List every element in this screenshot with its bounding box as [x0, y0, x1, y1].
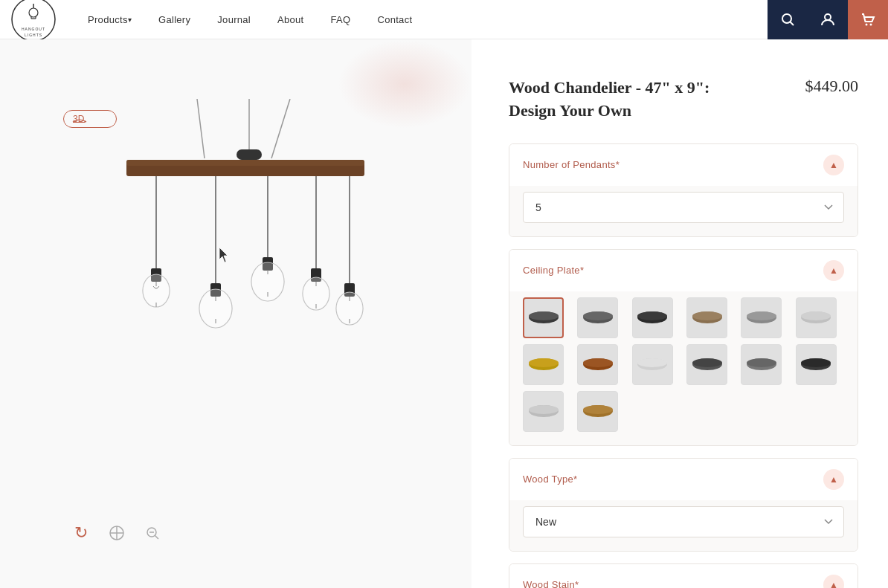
plate-option-5[interactable] [741, 297, 782, 338]
svg-point-62 [637, 311, 667, 320]
plate-option-6[interactable] [796, 297, 837, 338]
ceiling-plate-header[interactable]: Ceiling Plate* ▲ [509, 250, 858, 291]
product-title: Wood Chandelier - 47" x 9": Design Your … [509, 77, 747, 123]
plate-option-14[interactable] [577, 391, 618, 432]
svg-rect-19 [126, 160, 364, 166]
svg-text:HANGOUT: HANGOUT [22, 27, 45, 31]
svg-point-2 [29, 8, 38, 17]
svg-point-11 [866, 24, 868, 26]
svg-point-66 [747, 311, 776, 320]
header: HANGOUT LIGHTS Products Gallery Journal … [0, 0, 888, 39]
wood-stain-label: Wood Stain* [523, 579, 579, 588]
nav-gallery[interactable]: Gallery [145, 0, 204, 39]
product-config: Wood Chandelier - 47" x 9": Design Your … [472, 39, 888, 588]
nav-contact[interactable]: Contact [364, 0, 425, 39]
nav-journal[interactable]: Journal [204, 0, 264, 39]
plate-option-1[interactable] [523, 297, 564, 338]
svg-point-70 [529, 358, 559, 367]
header-icons [768, 0, 888, 39]
pendants-section: Number of Pendants* ▲ 5 1234 678910 [509, 143, 858, 237]
wood-stain-toggle[interactable]: ▲ [823, 575, 844, 588]
svg-point-84 [583, 405, 613, 414]
svg-line-55 [155, 536, 159, 540]
svg-point-72 [583, 358, 613, 367]
product-title-row: Wood Chandelier - 47" x 9": Design Your … [509, 77, 858, 123]
svg-line-14 [197, 99, 205, 158]
svg-point-74 [637, 358, 667, 367]
plate-option-11[interactable] [741, 344, 782, 385]
pendants-toggle[interactable]: ▲ [823, 155, 844, 175]
svg-point-82 [529, 405, 559, 414]
plate-option-13[interactable] [523, 391, 564, 432]
svg-point-64 [692, 311, 722, 320]
wood-type-section: Wood Type* ▲ New Standard Premium Reclai… [509, 458, 858, 552]
nav-products[interactable]: Products [74, 0, 145, 39]
product-viewer: 3D [0, 39, 472, 588]
ceiling-plate-toggle[interactable]: ▲ [823, 260, 844, 281]
plate-option-9[interactable] [632, 344, 673, 385]
nav-about[interactable]: About [264, 0, 317, 39]
wood-type-label: Wood Type* [523, 474, 577, 485]
svg-marker-50 [219, 248, 228, 262]
svg-point-58 [529, 311, 559, 320]
chandelier-illustration [59, 99, 387, 381]
move-tool[interactable] [106, 523, 127, 543]
svg-point-12 [870, 24, 872, 26]
pendants-label: Number of Pendants* [523, 159, 620, 170]
svg-point-23 [143, 274, 170, 307]
plate-option-12[interactable] [796, 344, 837, 385]
wood-stain-section: Wood Stain* ▲ [509, 563, 858, 588]
wood-type-select[interactable]: New Standard Premium Reclaimed Custom [523, 506, 844, 537]
svg-point-76 [692, 358, 722, 367]
search-button[interactable] [768, 0, 808, 39]
pendants-select[interactable]: 5 1234 678910 [523, 192, 844, 223]
zoom-tool[interactable] [142, 523, 163, 543]
wood-type-header[interactable]: Wood Type* ▲ [509, 459, 858, 500]
plate-option-7[interactable] [523, 344, 564, 385]
main-nav: Products Gallery Journal About FAQ Conta… [74, 0, 425, 39]
svg-point-78 [747, 358, 776, 367]
plate-option-4[interactable] [686, 297, 727, 338]
wood-type-toggle[interactable]: ▲ [823, 469, 844, 490]
ceiling-plate-section: Ceiling Plate* ▲ [509, 249, 858, 446]
ceiling-plate-body [509, 291, 858, 445]
nav-faq[interactable]: FAQ [318, 0, 364, 39]
rotate-tool[interactable]: ↻ [71, 523, 91, 543]
product-price: $449.00 [805, 77, 859, 96]
plate-option-8[interactable] [577, 344, 618, 385]
cart-button[interactable] [848, 0, 888, 39]
svg-text:LIGHTS: LIGHTS [25, 33, 42, 37]
ceiling-plate-label: Ceiling Plate* [523, 265, 584, 276]
wood-stain-header[interactable]: Wood Stain* ▲ [509, 564, 858, 588]
wood-type-body: New Standard Premium Reclaimed Custom [509, 500, 858, 551]
svg-rect-17 [237, 149, 262, 160]
svg-point-68 [801, 311, 831, 320]
svg-line-16 [271, 99, 290, 158]
svg-point-8 [782, 14, 791, 23]
user-button[interactable] [808, 0, 848, 39]
plate-option-10[interactable] [686, 344, 727, 385]
svg-point-10 [825, 14, 831, 20]
svg-line-9 [791, 22, 794, 26]
pendants-body: 5 1234 678910 [509, 186, 858, 236]
plate-option-2[interactable] [577, 297, 618, 338]
viewer-tools: ↻ [71, 523, 163, 543]
plate-options-grid [523, 297, 844, 432]
svg-point-80 [801, 358, 831, 367]
pendants-header[interactable]: Number of Pendants* ▲ [509, 144, 858, 186]
svg-point-60 [583, 311, 613, 320]
main-container: 3D [0, 39, 888, 588]
plate-option-3[interactable] [632, 297, 673, 338]
